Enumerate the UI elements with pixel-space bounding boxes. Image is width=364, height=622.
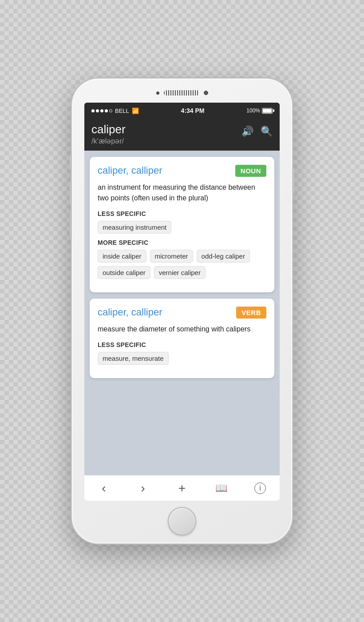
phone-screen: BELL 📶 4:34 PM 100% caliper /kˈæləpər/ 🔊…	[84, 103, 280, 501]
phone-top-bar	[72, 87, 292, 103]
bottom-nav: ‹ › + 📖 i	[84, 475, 280, 501]
noun-card: caliper, calliper NOUN an instrument for…	[90, 157, 274, 293]
noun-definition: an instrument for measuring the distance…	[98, 182, 266, 204]
tag-measuring-instrument[interactable]: measuring instrument	[98, 221, 171, 234]
forward-button[interactable]: ›	[133, 478, 153, 498]
app-header: caliper /kˈæləpər/ 🔊 🔍	[84, 119, 280, 151]
silent-switch[interactable]	[70, 154, 72, 170]
phone-device: BELL 📶 4:34 PM 100% caliper /kˈæləpər/ 🔊…	[71, 78, 293, 544]
add-button[interactable]: +	[172, 478, 192, 498]
header-icons: 🔊 🔍	[241, 123, 273, 137]
app-content: caliper, calliper NOUN an instrument for…	[84, 151, 280, 475]
power-button[interactable]	[292, 167, 294, 194]
header-word: caliper	[91, 123, 126, 136]
tag-micrometer[interactable]: micrometer	[150, 250, 193, 263]
signal-dot-2	[96, 109, 99, 112]
tag-outside-caliper[interactable]: outside caliper	[98, 266, 150, 279]
clock: 4:34 PM	[181, 107, 205, 114]
back-button[interactable]: ‹	[94, 478, 114, 498]
less-specific-label-1: LESS SPECIFIC	[98, 210, 266, 217]
status-bar: BELL 📶 4:34 PM 100%	[84, 103, 280, 119]
front-sensor	[156, 92, 159, 95]
carrier-label: BELL	[115, 108, 129, 114]
sound-icon[interactable]: 🔊	[241, 126, 253, 137]
header-title-area: caliper /kˈæləpər/	[91, 123, 126, 145]
signal-dot-3	[100, 109, 103, 112]
home-button-area	[72, 501, 292, 543]
signal-dot-1	[91, 109, 95, 112]
tag-odd-leg-caliper[interactable]: odd-leg caliper	[197, 250, 250, 263]
verb-definition: measure the diameter of something with c…	[98, 324, 266, 335]
signal-dot-5	[109, 109, 112, 112]
signal-indicator	[91, 109, 112, 112]
tag-vernier-caliper[interactable]: vernier caliper	[154, 266, 206, 279]
status-left: BELL 📶	[91, 108, 139, 114]
tag-inside-caliper[interactable]: inside caliper	[98, 250, 146, 263]
front-camera	[204, 91, 208, 95]
less-specific-tags-2: measure, mensurate	[98, 352, 266, 365]
less-specific-label-2: LESS SPECIFIC	[98, 341, 266, 348]
info-button[interactable]: i	[250, 478, 270, 498]
camera-area	[156, 90, 208, 96]
bookmark-icon: 📖	[215, 482, 227, 494]
home-button[interactable]	[168, 507, 196, 535]
more-specific-tags-1: inside caliper micrometer odd-leg calipe…	[98, 250, 266, 279]
header-phonetic: /kˈæləpər/	[91, 137, 126, 145]
battery-icon	[262, 108, 273, 114]
forward-icon: ›	[141, 481, 145, 495]
wifi-icon: 📶	[132, 108, 139, 114]
volume-up-button[interactable]	[70, 181, 72, 205]
verb-badge: VERB	[236, 307, 266, 319]
verb-card-word[interactable]: caliper, calliper	[98, 307, 162, 318]
verb-card-header: caliper, calliper VERB	[98, 307, 266, 319]
battery-fill	[263, 109, 272, 113]
more-specific-label-1: MORE SPECIFIC	[98, 239, 266, 246]
speaker-grille	[164, 90, 199, 96]
noun-card-header: caliper, calliper NOUN	[98, 165, 266, 177]
volume-down-button[interactable]	[70, 212, 72, 236]
verb-card: caliper, calliper VERB measure the diame…	[90, 299, 274, 378]
plus-icon: +	[178, 481, 186, 495]
search-icon[interactable]: 🔍	[261, 126, 273, 137]
signal-dot-4	[105, 109, 108, 112]
less-specific-tags-1: measuring instrument	[98, 221, 266, 234]
noun-card-word[interactable]: caliper, calliper	[98, 165, 162, 176]
tag-measure-mensurate[interactable]: measure, mensurate	[98, 352, 169, 365]
back-icon: ‹	[102, 481, 106, 495]
battery-label: 100%	[246, 108, 260, 114]
noun-badge: NOUN	[235, 165, 266, 177]
status-right: 100%	[246, 108, 273, 114]
info-icon: i	[254, 482, 266, 494]
bookmark-button[interactable]: 📖	[211, 478, 231, 498]
